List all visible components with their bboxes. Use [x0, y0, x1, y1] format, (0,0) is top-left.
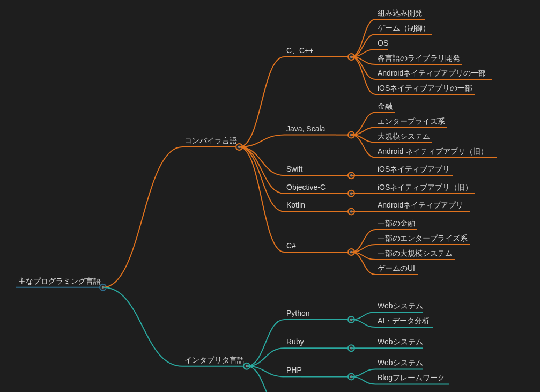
- mindmap-canvas: 主なプログラミング言語コンパイラ言語C、C++組み込み開発ゲーム（制御）OS各言…: [0, 0, 540, 392]
- compiler-lang-4-label: Kotlin: [286, 201, 305, 209]
- interpreter-leaf-2-0-label: Webシステム: [378, 358, 423, 367]
- interpreter-leaf-0-0-label: Webシステム: [378, 301, 423, 310]
- compiler-leaf-0-2-label: OS: [378, 39, 388, 47]
- branch-intlang0-leaf1: [351, 320, 375, 327]
- compiler-leaf-0-0-label: 組み込み開発: [377, 9, 423, 17]
- branch-root-to-compiler: [103, 147, 182, 287]
- root-label: 主なプログラミング言語: [18, 277, 101, 285]
- compiler-leaf-1-0-label: 金融: [378, 102, 393, 110]
- interpreter-lang-0-label: Python: [286, 309, 310, 317]
- compiler-lang-5-label: C#: [286, 241, 296, 250]
- compiler-leaf-0-1-label: ゲーム（制御）: [378, 24, 430, 32]
- compiler-label: コンパイラ言語: [184, 136, 237, 145]
- compiler-leaf-5-3-label: ゲームのUI: [378, 264, 415, 272]
- compiler-leaf-1-2-label: 大規模システム: [378, 132, 430, 140]
- branch-compiler-to-lang-1: [239, 135, 284, 147]
- compiler-leaf-4-0-label: Androidネイティブアプリ: [378, 201, 463, 209]
- interpreter-leaf-0-1-label: AI・データ分析: [378, 316, 430, 325]
- compiler-lang-2-label: Swift: [286, 165, 302, 173]
- compiler-leaf-0-5-label: iOSネイティブアプリの一部: [378, 84, 472, 92]
- interpreter-leaf-2-1-label: Blogフレームワーク: [378, 373, 445, 382]
- compiler-lang-3-label: Objective-C: [286, 183, 326, 191]
- compiler-leaf-5-1-label: 一部のエンタープライズ系: [378, 234, 468, 242]
- compiler-leaf-3-0-label: iOSネイティブアプリ（旧）: [378, 183, 472, 191]
- branch-compiler-to-lang-5: [239, 147, 284, 252]
- branch-lang0-leaf5: [351, 57, 375, 94]
- branch-compiler-to-lang-3: [239, 147, 284, 194]
- interpreter-label: インタプリタ言語: [184, 356, 245, 364]
- compiler-leaf-5-2-label: 一部の大規模システム: [378, 249, 453, 257]
- branch-root-to-interpreter: [103, 287, 182, 366]
- compiler-leaf-0-3-label: 各言語のライブラリ開発: [378, 54, 460, 62]
- branch-intlang2-leaf0: [351, 369, 375, 376]
- branch-compiler-to-lang-0: [239, 57, 284, 147]
- branch-lang0-leaf0: [351, 19, 375, 57]
- interpreter-leaf-1-0-label: Webシステム: [378, 337, 423, 346]
- compiler-lang-0-label: C、C++: [286, 46, 314, 55]
- compiler-leaf-5-0-label: 一部の金融: [378, 219, 415, 227]
- compiler-leaf-0-4-label: Androidネイティブアプリの一部: [378, 69, 486, 77]
- compiler-lang-1-label: Java, Scala: [286, 124, 326, 133]
- branch-intlang0-leaf0: [351, 312, 375, 320]
- interpreter-lang-2-label: PHP: [286, 366, 302, 374]
- compiler-leaf-1-3-label: Android ネイティブアプリ（旧）: [378, 147, 488, 156]
- compiler-leaf-1-1-label: エンタープライズ系: [378, 117, 445, 125]
- branch-interpreter-to-lang-0: [247, 320, 284, 366]
- branch-interpreter-to-lang-1: [247, 348, 284, 366]
- branch-intlang2-leaf1: [351, 376, 375, 384]
- branch-interpreter-to-lang-3: [247, 366, 284, 392]
- compiler-leaf-2-0-label: iOSネイティブアプリ: [378, 165, 450, 173]
- interpreter-lang-1-label: Ruby: [286, 337, 304, 346]
